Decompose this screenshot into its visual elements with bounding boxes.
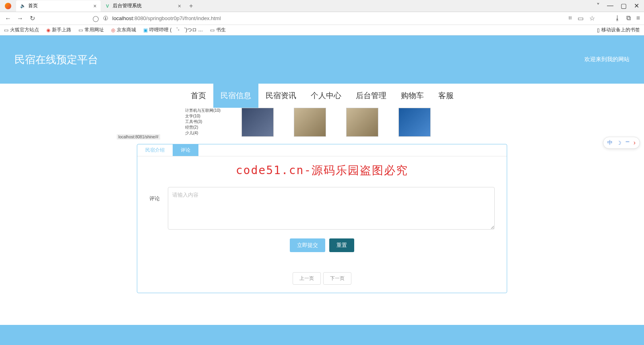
category-strip: localhost:8081/shine/# 计算机与互联网(10) 文学(10…	[0, 108, 644, 140]
chevron-right-icon[interactable]: ›	[634, 139, 636, 146]
tabs-chevron-icon[interactable]: ˅	[597, 2, 600, 10]
forward-button[interactable]: →	[16, 15, 24, 22]
audio-icon: 🔈	[20, 3, 26, 9]
category-item[interactable]: 少儿(4)	[185, 130, 221, 136]
ime-lang[interactable]: 中	[607, 139, 613, 146]
bookmark-item[interactable]: ▭书生	[210, 27, 226, 33]
bookmark-star-icon[interactable]: ☆	[589, 14, 595, 22]
category-item[interactable]: 经营(2)	[185, 125, 221, 130]
nav-service[interactable]: 客服	[431, 84, 461, 108]
site-header: 民宿在线预定平台 欢迎来到我的网站	[0, 35, 644, 84]
folder-icon: ▭	[78, 27, 83, 33]
nav-minsu-news[interactable]: 民宿资讯	[258, 84, 303, 108]
thumbnail[interactable]	[294, 108, 326, 137]
ime-toolbar[interactable]: 中 ☽ "" ›	[603, 137, 640, 149]
category-item[interactable]: 工具书(3)	[185, 119, 221, 125]
tab-title: 后台管理系统	[113, 2, 142, 9]
reset-button[interactable]: 重置	[329, 238, 354, 252]
submit-button[interactable]: 立即提交	[290, 238, 325, 252]
mobile-icon: ▯	[597, 27, 600, 33]
ime-quotes-icon[interactable]: ""	[625, 140, 629, 146]
browser-tab-strip: 🔈 首页 × V 后台管理系统 × + ˅ — ▢ ✕	[0, 0, 644, 12]
download-icon[interactable]: ⭳	[614, 14, 621, 22]
reader-icon[interactable]: ▭	[578, 14, 584, 22]
vue-icon: V	[105, 3, 110, 9]
window-minimize-button[interactable]: —	[607, 2, 613, 10]
firefox-icon	[5, 3, 11, 9]
browser-tab-1[interactable]: 🔈 首页 ×	[16, 0, 101, 12]
reload-button[interactable]: ↻	[28, 14, 36, 22]
jd-icon: ◎	[111, 27, 115, 33]
category-item[interactable]: 计算机与互联网(10)	[185, 108, 221, 113]
thumbnail[interactable]	[242, 108, 274, 137]
menu-icon[interactable]: ≡	[636, 14, 640, 22]
nav-personal[interactable]: 个人中心	[303, 84, 349, 108]
category-item[interactable]: 文学(10)	[185, 113, 221, 119]
category-list: 计算机与互联网(10) 文学(10) 工具书(3) 经营(2) 少儿(4)	[185, 108, 221, 136]
nav-cart[interactable]: 购物车	[394, 84, 431, 108]
nav-admin[interactable]: 后台管理	[349, 84, 394, 108]
folder-icon: ▭	[210, 27, 215, 33]
bookmark-item[interactable]: ▭常用网址	[78, 27, 104, 33]
url-display[interactable]: localhost:8080/springbootr0p7i/front/ind…	[112, 15, 221, 21]
tab-intro[interactable]: 民宿介绍	[137, 144, 173, 156]
welcome-text: 欢迎来到我的网站	[584, 56, 630, 63]
window-close-button[interactable]: ✕	[634, 2, 639, 10]
nav-home[interactable]: 首页	[184, 84, 213, 108]
small-address: localhost:8081/shine/#	[117, 134, 160, 140]
bookmark-item[interactable]: ▭火狐官方站点	[4, 27, 39, 33]
comment-input[interactable]	[168, 187, 495, 230]
shield-icon[interactable]: ◯	[93, 15, 99, 22]
close-icon[interactable]: ×	[178, 3, 181, 9]
mobile-bookmarks[interactable]: ▯移动设备上的书签	[597, 27, 640, 33]
back-button[interactable]: ←	[4, 15, 12, 22]
content-card: 民宿介绍 评论 code51.cn-源码乐园盗图必究 评论 立即提交 重置 上一…	[137, 144, 507, 293]
nav-minsu-info[interactable]: 民宿信息	[213, 84, 258, 108]
card-tabs: 民宿介绍 评论	[137, 144, 507, 156]
bookmark-item[interactable]: ▣哔哩哔哩 ( ゜- ゜)つロ …	[143, 27, 203, 33]
footer-bar	[0, 325, 644, 345]
site-title: 民宿在线预定平台	[14, 53, 98, 67]
address-bar: ← → ↻ ◯ 🛈 localhost:8080/springbootr0p7i…	[0, 12, 644, 25]
comment-label: 评论	[149, 187, 168, 202]
bookmark-item[interactable]: ◉新手上路	[46, 27, 71, 33]
prev-page-button[interactable]: 上一页	[293, 272, 321, 285]
bookmark-item[interactable]: ◎京东商城	[111, 27, 136, 33]
bookmarks-bar: ▭火狐官方站点 ◉新手上路 ▭常用网址 ◎京东商城 ▣哔哩哔哩 ( ゜- ゜)つ…	[0, 25, 644, 35]
thumbnail[interactable]	[398, 108, 431, 137]
watermark-banner: code51.cn-源码乐园盗图必究	[137, 156, 507, 183]
next-page-button[interactable]: 下一页	[323, 272, 351, 285]
thumbnails	[242, 108, 431, 137]
site-nav: 首页 民宿信息 民宿资讯 个人中心 后台管理 购物车 客服	[0, 84, 644, 108]
thumbnail[interactable]	[346, 108, 378, 137]
bilibili-icon: ▣	[143, 27, 148, 33]
firefox-small-icon: ◉	[46, 27, 50, 33]
tab-comment[interactable]: 评论	[173, 144, 198, 156]
tab-title: 首页	[28, 2, 38, 9]
lock-icon[interactable]: 🛈	[103, 15, 108, 21]
qr-icon[interactable]: ⌗	[568, 14, 572, 22]
browser-tab-2[interactable]: V 后台管理系统 ×	[101, 0, 185, 12]
folder-icon: ▭	[4, 27, 8, 33]
new-tab-button[interactable]: +	[185, 2, 197, 10]
moon-icon[interactable]: ☽	[617, 140, 621, 146]
close-icon[interactable]: ×	[93, 3, 97, 9]
pagination: 上一页 下一页	[137, 260, 507, 293]
window-maximize-button[interactable]: ▢	[621, 2, 627, 10]
extensions-icon[interactable]: ⧉	[626, 14, 631, 22]
